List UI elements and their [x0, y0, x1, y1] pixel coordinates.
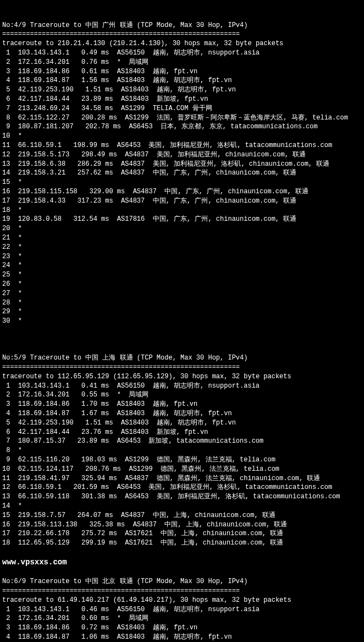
watermark-vpsxxs: www.vpsxxs.com — [2, 557, 364, 568]
hop-line: 8 * — [2, 446, 364, 455]
hop-line: 11 66.110.59.1 198.99 ms AS6453 美国, 加利福尼… — [2, 141, 364, 150]
hop-line: 4 118.69.184.87 1.06 ms AS18403 越南, 胡志明市… — [2, 633, 364, 642]
hop-line: 29 * — [2, 307, 364, 317]
hop-line: 18 112.65.95.129 299.19 ms AS17621 中国, 上… — [2, 538, 364, 548]
hop-line: 13 219.158.6.38 286.29 ms AS4837 美国, 加利福… — [2, 160, 364, 169]
trace5-hops: 1 103.143.143.1 0.41 ms AS56150 越南, 胡志明市… — [2, 382, 364, 548]
hop-line: 14 * — [2, 502, 364, 511]
hop-line: 30 * — [2, 317, 364, 326]
hop-line: 19 120.83.0.58 312.54 ms AS17816 中国, 广东,… — [2, 215, 364, 224]
hop-line: 9 180.87.181.207 202.78 ms AS6453 日本, 东京… — [2, 122, 364, 132]
trace4-title: No:4/9 Traceroute to 中国 广州 联通 (TCP Mode,… — [2, 21, 364, 30]
trace6-header: traceroute to 61.49.140.217 (61.49.140.2… — [2, 596, 364, 605]
hop-line: 15 * — [2, 178, 364, 187]
trace6-title: No:6/9 Traceroute to 中国 北京 联通 (TCP Mode,… — [2, 577, 364, 586]
hop-line: 28 * — [2, 298, 364, 308]
trace6-divider: ========================================… — [2, 586, 364, 596]
trace5-title: No:5/9 Traceroute to 中国 上海 联通 (TCP Mode,… — [2, 353, 364, 363]
hop-line: 7 180.87.15.37 23.89 ms AS6453 新加坡, tata… — [2, 437, 364, 446]
hop-line: 26 * — [2, 280, 364, 289]
hop-line: 1 103.143.143.1 0.41 ms AS56150 越南, 胡志明市… — [2, 382, 364, 391]
hop-line: 14 219.158.3.21 257.62 ms AS4837 中国, 广东,… — [2, 168, 364, 178]
hop-line: 15 219.158.7.57 264.07 ms AS4837 中国, 上海,… — [2, 511, 364, 520]
trace5-header: traceroute to 112.65.95.129 (112.65.95.1… — [2, 372, 364, 382]
hop-line: 25 * — [2, 270, 364, 280]
trace4-divider: ========================================… — [2, 30, 364, 39]
trace4-header: traceroute to 210.21.4.130 (210.21.4.130… — [2, 39, 364, 48]
hop-line: 6 42.117.184.44 23.76 ms AS18403 新加坡, fp… — [2, 428, 364, 437]
hop-line: 3 118.69.184.86 0.72 ms AS18403 越南, fpt.… — [2, 623, 364, 633]
hop-line: 22 * — [2, 243, 364, 252]
trace6-hops: 1 103.143.143.1 0.46 ms AS56150 越南, 胡志明市… — [2, 605, 364, 642]
hop-line: 23 * — [2, 252, 364, 262]
hop-line: 13 66.110.59.118 301.38 ms AS6453 美国, 加利… — [2, 492, 364, 502]
hop-line: 17 219.158.4.33 317.23 ms AS4837 中国, 广东,… — [2, 197, 364, 206]
hop-line: 3 118.69.184.86 1.70 ms AS18403 越南, fpt.… — [2, 400, 364, 409]
hop-line: 1 103.143.143.1 0.46 ms AS56150 越南, 胡志明市… — [2, 605, 364, 614]
hop-line: 18 * — [2, 206, 364, 215]
hop-line: 1 103.143.143.1 0.49 ms AS56150 越南, 胡志明市… — [2, 48, 364, 58]
hop-line: 10 62.115.124.117 208.76 ms AS1299 德国, 黑… — [2, 465, 364, 474]
hop-line: 2 172.16.34.201 0.55 ms * 局域网 — [2, 390, 364, 400]
hop-line: 4 118.69.184.87 1.67 ms AS18403 越南, 胡志明市… — [2, 409, 364, 418]
hop-line: 20 * — [2, 224, 364, 233]
hop-line: 24 * — [2, 261, 364, 270]
hop-line: 3 118.69.184.86 0.61 ms AS18403 越南, fpt.… — [2, 67, 364, 77]
hop-line: 5 42.119.253.190 1.51 ms AS18403 越南, 胡志明… — [2, 85, 364, 95]
trace5-divider: ========================================… — [2, 363, 364, 372]
hop-line: 7 213.248.69.24 34.58 ms AS1299 TELIA.CO… — [2, 104, 364, 113]
hop-line: 8 62.115.122.27 200.28 ms AS1299 法国, 普罗旺… — [2, 113, 364, 123]
hop-line: 12 219.158.5.173 298.49 ms AS4837 美国, 加利… — [2, 150, 364, 160]
terminal-output: No:4/9 Traceroute to 中国 广州 联通 (TCP Mode,… — [2, 21, 364, 642]
hop-line: 16 219.158.113.138 325.38 ms AS4837 中国, … — [2, 520, 364, 530]
hop-line: 4 118.69.184.87 1.56 ms AS18403 越南, 胡志明市… — [2, 76, 364, 85]
trace4-hops: 1 103.143.143.1 0.49 ms AS56150 越南, 胡志明市… — [2, 48, 364, 326]
hop-line: 10 * — [2, 132, 364, 141]
hop-line: 9 62.115.116.20 198.03 ms AS1299 德国, 黑森州… — [2, 455, 364, 465]
hop-line: 16 219.158.115.158 329.00 ms AS4837 中国, … — [2, 187, 364, 197]
hop-line: 6 42.117.184.44 23.89 ms AS18403 新加坡, fp… — [2, 95, 364, 104]
hop-line: 2 172.16.34.201 0.76 ms * 局域网 — [2, 58, 364, 67]
hop-line: 21 * — [2, 233, 364, 243]
hop-line: 2 172.16.34.201 0.60 ms * 局域网 — [2, 614, 364, 623]
hop-line: 17 210.22.66.178 275.72 ms AS17621 中国, 上… — [2, 529, 364, 538]
hop-line: 27 * — [2, 289, 364, 298]
hop-line: 12 66.110.59.1 201.59 ms AS6453 美国, 加利福尼… — [2, 483, 364, 492]
hop-line: 11 219.158.41.97 325.94 ms AS4837 德国, 黑森… — [2, 474, 364, 483]
hop-line: 5 42.119.253.190 1.51 ms AS18403 越南, 胡志明… — [2, 418, 364, 428]
